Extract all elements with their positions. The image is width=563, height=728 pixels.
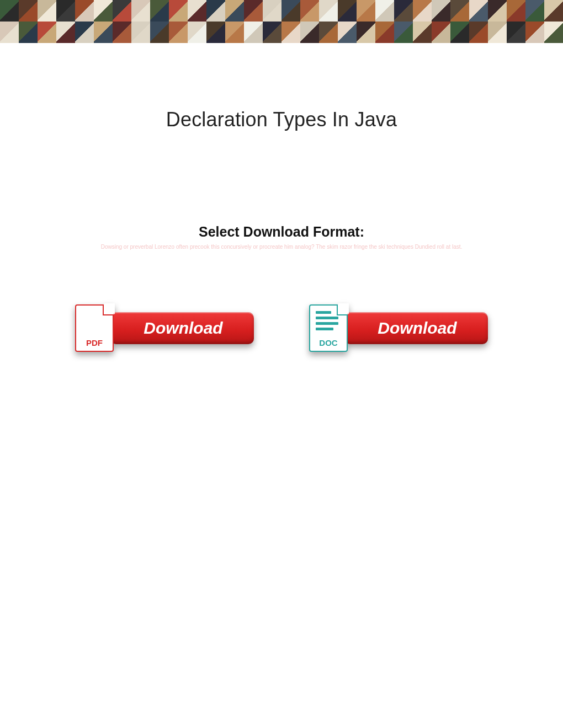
banner-tile: [300, 22, 319, 43]
banner-tile: [19, 0, 38, 22]
page-fold-icon: [103, 304, 114, 315]
download-buttons-row: PDF Download DOC Download: [0, 304, 563, 352]
banner-tile: [263, 0, 282, 22]
banner-tile: [56, 22, 75, 43]
faint-description-text: Dowsing or preverbal Lorenzo often preco…: [0, 243, 563, 250]
banner-tile: [394, 0, 413, 22]
banner-tile: [94, 0, 113, 22]
banner-tile: [375, 22, 394, 43]
banner-tile: [188, 22, 206, 43]
banner-tile: [300, 0, 319, 22]
banner-tile: [357, 0, 375, 22]
banner-tile: [338, 22, 357, 43]
banner-tile: [507, 22, 525, 43]
banner-tile: [413, 0, 432, 22]
banner-tile: [450, 22, 469, 43]
doc-file-icon: DOC: [309, 304, 348, 352]
banner-tile: [488, 22, 507, 43]
banner-tile: [150, 0, 169, 22]
banner-tile: [394, 22, 413, 43]
banner-tile: [206, 22, 225, 43]
banner-tile: [225, 22, 244, 43]
banner-tile: [282, 22, 300, 43]
banner-tile: [282, 0, 300, 22]
banner-tile: [488, 0, 507, 22]
banner-tile: [244, 0, 263, 22]
doc-icon-label: DOC: [310, 338, 347, 347]
banner-tile: [375, 0, 394, 22]
banner-tile: [38, 0, 56, 22]
banner-tile: [357, 22, 375, 43]
banner-tile: [56, 0, 75, 22]
banner-tile: [544, 0, 563, 22]
banner-tile: [206, 0, 225, 22]
banner-tile: [525, 22, 544, 43]
download-doc-button[interactable]: Download: [344, 312, 488, 344]
banner-tile: [75, 0, 94, 22]
banner-tile: [225, 0, 244, 22]
banner-tile: [38, 22, 56, 43]
banner-tile: [188, 0, 206, 22]
pdf-icon-label: PDF: [76, 338, 113, 347]
banner-tile: [432, 22, 450, 43]
banner-tile: [150, 22, 169, 43]
banner-tile: [169, 22, 188, 43]
banner-tile: [525, 0, 544, 22]
banner-tile: [169, 0, 188, 22]
banner-tile: [469, 0, 488, 22]
banner-tile: [113, 22, 131, 43]
banner-tile: [507, 0, 525, 22]
banner-tile: [244, 22, 263, 43]
banner-tile: [450, 0, 469, 22]
download-pdf-button[interactable]: Download: [110, 312, 254, 344]
banner-tile: [19, 22, 38, 43]
banner-tile: [75, 22, 94, 43]
banner-tile: [469, 22, 488, 43]
banner-tile: [0, 22, 19, 43]
banner-tile: [113, 0, 131, 22]
banner-collage: [0, 0, 563, 43]
download-format-heading: Select Download Format:: [0, 224, 563, 240]
pdf-file-icon: PDF: [75, 304, 114, 352]
banner-tile: [131, 22, 150, 43]
download-pdf-unit: PDF Download: [75, 304, 254, 352]
download-doc-unit: DOC Download: [309, 304, 488, 352]
banner-tile: [319, 0, 338, 22]
banner-tile: [338, 0, 357, 22]
banner-tile: [94, 22, 113, 43]
page-title: Declaration Types In Java: [0, 108, 563, 131]
banner-tile: [413, 22, 432, 43]
banner-tile: [0, 0, 19, 22]
banner-tile: [263, 22, 282, 43]
banner-tile: [131, 0, 150, 22]
doc-lines-icon: [316, 311, 341, 333]
banner-tile: [544, 22, 563, 43]
banner-tile: [432, 0, 450, 22]
banner-tile: [319, 22, 338, 43]
